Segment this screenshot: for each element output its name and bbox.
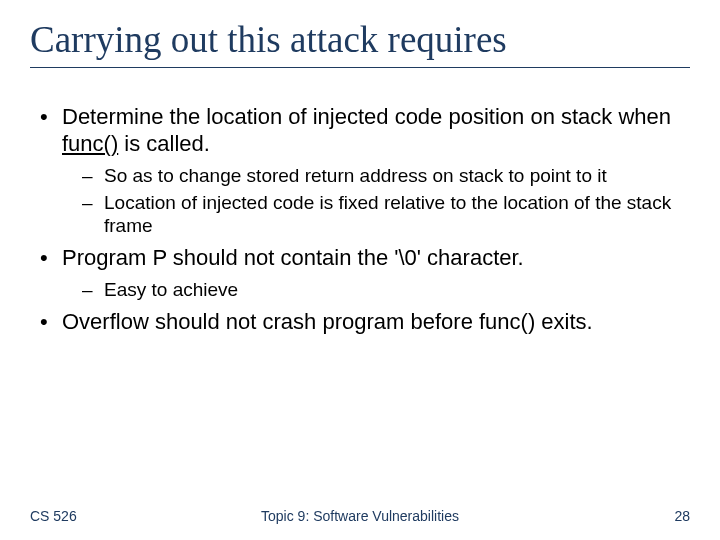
slide-footer: CS 526 Topic 9: Software Vulnerabilities…: [0, 508, 720, 524]
bullet-item: Overflow should not crash program before…: [34, 309, 690, 336]
bullet-list: Determine the location of injected code …: [30, 104, 690, 336]
slide-title: Carrying out this attack requires: [30, 18, 690, 68]
slide-body: Determine the location of injected code …: [30, 104, 690, 336]
footer-center: Topic 9: Software Vulnerabilities: [0, 508, 720, 524]
sub-list: Easy to achieve: [62, 278, 690, 301]
sub-item: So as to change stored return address on…: [82, 164, 690, 187]
underlined-text: func(): [62, 131, 118, 156]
footer-left: CS 526: [30, 508, 77, 524]
bullet-item: Program P should not contain the '\0' ch…: [34, 245, 690, 301]
sub-item: Location of injected code is fixed relat…: [82, 191, 690, 237]
footer-right: 28: [674, 508, 690, 524]
sub-item: Easy to achieve: [82, 278, 690, 301]
bullet-item: Determine the location of injected code …: [34, 104, 690, 237]
bullet-text: Overflow should not crash program before…: [62, 309, 593, 334]
bullet-text: Determine the location of injected code …: [62, 104, 671, 156]
sub-list: So as to change stored return address on…: [62, 164, 690, 238]
bullet-text: Program P should not contain the '\0' ch…: [62, 245, 524, 270]
